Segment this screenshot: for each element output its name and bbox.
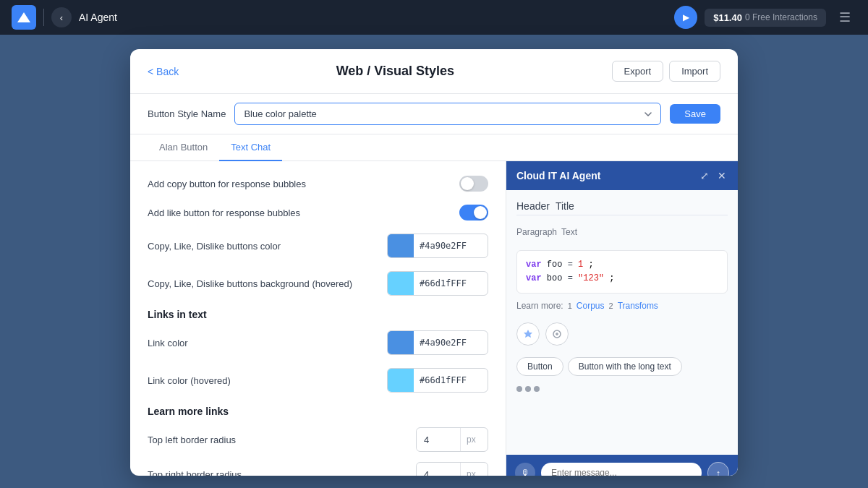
app-title: AI Agent	[79, 12, 117, 23]
logo-icon	[12, 5, 36, 30]
copy-like-color-label: Copy, Like, Dislike buttons color	[148, 241, 387, 252]
save-button[interactable]: Save	[670, 104, 720, 124]
like-button-toggle[interactable]	[459, 205, 488, 221]
copy-like-bg-label: Copy, Like, Dislike buttons background (…	[148, 278, 387, 289]
chat-input-field[interactable]	[541, 463, 702, 476]
learn-more-transforms-link[interactable]: Transfoms	[618, 301, 658, 311]
topbar: ‹ AI Agent ▶ $11.40 0 Free Interactions …	[0, 0, 868, 35]
import-button[interactable]: Import	[669, 61, 720, 82]
two-col-layout: Add copy button for response bubbles Add…	[130, 161, 738, 476]
chat-body: Header Title Paragraph Text var foo =	[506, 190, 738, 455]
copy-button-label: Add copy button for response bubbles	[148, 179, 459, 189]
learn-more-corpus-link[interactable]: Corpus	[576, 301, 605, 311]
code-line1-keyword: var	[526, 260, 542, 270]
copy-like-bg-value[interactable]: #66d1fFFF	[414, 278, 488, 288]
learn-more-1-num: 1	[568, 301, 572, 310]
play-button[interactable]: ▶	[674, 6, 697, 29]
link-color-input[interactable]: #4a90e2FF	[387, 330, 488, 355]
chat-action-buttons-row: Button Button with the long text	[516, 357, 728, 376]
chat-header-actions: ⤢ ✕	[699, 168, 728, 183]
link-color-row: Link color #4a90e2FF	[148, 330, 488, 355]
tabs-row: Alan Button Text Chat	[130, 134, 738, 161]
header-text: Header	[516, 200, 550, 212]
like-button-row: Add like button for response bubbles	[148, 205, 488, 221]
tab-alan-button[interactable]: Alan Button	[148, 134, 219, 161]
copy-like-color-value[interactable]: #4a90e2FF	[414, 241, 488, 251]
back-link[interactable]: < Back	[148, 66, 179, 77]
chat-close-button[interactable]: ✕	[716, 168, 728, 183]
chat-send-button[interactable]: ↑	[707, 462, 729, 476]
top-right-radius-label: Top right border radius	[148, 469, 242, 476]
copy-like-color-input[interactable]: #4a90e2FF	[387, 234, 488, 258]
code-line2-name: boo	[547, 273, 568, 283]
style-name-select[interactable]: Blue color palette	[234, 103, 661, 125]
link-hover-swatch	[388, 369, 414, 392]
chat-mic-icon[interactable]: 🎙	[515, 463, 535, 476]
topbar-right: ▶ $11.40 0 Free Interactions ☰	[674, 6, 856, 29]
chat-input-row: 🎙 ↑	[515, 462, 729, 476]
top-right-radius-row: Top right border radius 4 px	[148, 462, 488, 476]
link-hover-value[interactable]: #66d1fFFF	[414, 375, 488, 385]
copy-like-bg-swatch	[388, 272, 414, 295]
card-header: < Back Web / Visual Styles Export Import	[130, 49, 738, 94]
link-color-value[interactable]: #4a90e2FF	[414, 338, 488, 348]
nav-back-button[interactable]: ‹	[51, 7, 72, 27]
like-button-label: Add like button for response bubbles	[148, 207, 459, 218]
copy-like-bg-input[interactable]: #66d1fFFF	[387, 271, 488, 296]
copy-like-color-row: Copy, Like, Dislike buttons color #4a90e…	[148, 234, 488, 258]
link-hover-row: Link color (hovered) #66d1fFFF	[148, 368, 488, 393]
dot-3	[534, 386, 540, 392]
top-left-radius-row: Top left border radius 4 px	[148, 427, 488, 452]
dot-2	[525, 386, 531, 392]
top-right-radius-input[interactable]: 4	[417, 465, 460, 476]
chat-action-icon-1[interactable]	[516, 322, 540, 346]
chat-expand-button[interactable]: ⤢	[699, 168, 710, 183]
main-container: < Back Web / Visual Styles Export Import…	[0, 35, 868, 488]
balance-badge: $11.40 0 Free Interactions	[705, 9, 826, 27]
left-column: Add copy button for response bubbles Add…	[130, 161, 506, 476]
chat-icon-buttons-row	[516, 318, 728, 350]
learn-more-2-num: 2	[609, 301, 613, 310]
copy-button-toggle-knob	[461, 177, 474, 190]
tab-text-chat[interactable]: Text Chat	[219, 134, 282, 161]
code-line1-value: 1	[578, 260, 583, 270]
copy-like-color-swatch	[388, 234, 414, 257]
link-hover-label: Link color (hovered)	[148, 375, 387, 386]
chat-action-btn-2[interactable]: Button with the long text	[568, 357, 682, 376]
main-card: < Back Web / Visual Styles Export Import…	[130, 49, 738, 476]
learn-more-title: Learn more links	[148, 406, 488, 417]
top-left-radius-unit: px	[460, 428, 482, 451]
export-button[interactable]: Export	[612, 61, 664, 82]
code-line2-keyword: var	[526, 273, 542, 283]
copy-like-bg-row: Copy, Like, Dislike buttons background (…	[148, 271, 488, 296]
top-left-radius-wrap: 4 px	[416, 427, 488, 452]
top-left-radius-input[interactable]: 4	[417, 430, 460, 450]
like-button-toggle-knob	[474, 206, 487, 219]
chat-action-btn-1[interactable]: Button	[516, 357, 563, 376]
learn-more-label: Learn more:	[516, 301, 563, 311]
menu-button[interactable]: ☰	[833, 7, 856, 28]
style-name-row: Button Style Name Blue color palette Sav…	[130, 94, 738, 134]
link-hover-input[interactable]: #66d1fFFF	[387, 368, 488, 393]
free-interactions-text: 0 Free Interactions	[745, 12, 817, 22]
chat-action-icon-2[interactable]	[545, 322, 569, 346]
links-in-text-title: Links in text	[148, 309, 488, 320]
right-column-preview: Cloud IT AI Agent ⤢ ✕ Header Title Parag…	[506, 161, 738, 476]
balance-amount: $11.40	[713, 12, 742, 23]
copy-button-toggle[interactable]	[459, 176, 488, 192]
loading-dots-row	[516, 383, 728, 395]
paragraph-text: Paragraph	[516, 227, 557, 237]
chat-footer: 🎙 ↑	[506, 455, 738, 476]
top-left-radius-label: Top left border radius	[148, 435, 236, 445]
copy-button-row: Add copy button for response bubbles	[148, 176, 488, 192]
chat-header: Cloud IT AI Agent ⤢ ✕	[506, 161, 738, 190]
topbar-left: ‹ AI Agent	[12, 5, 117, 30]
code-line2-value: "123"	[578, 273, 604, 283]
text-text: Text	[561, 227, 577, 237]
chat-title: Cloud IT AI Agent	[516, 170, 600, 181]
top-right-radius-wrap: 4 px	[416, 462, 488, 476]
code-block: var foo = 1 ; var boo = "123" ;	[516, 250, 728, 294]
top-right-radius-unit: px	[460, 463, 482, 476]
page-title: Web / Visual Styles	[336, 64, 454, 79]
style-name-label: Button Style Name	[148, 108, 226, 119]
